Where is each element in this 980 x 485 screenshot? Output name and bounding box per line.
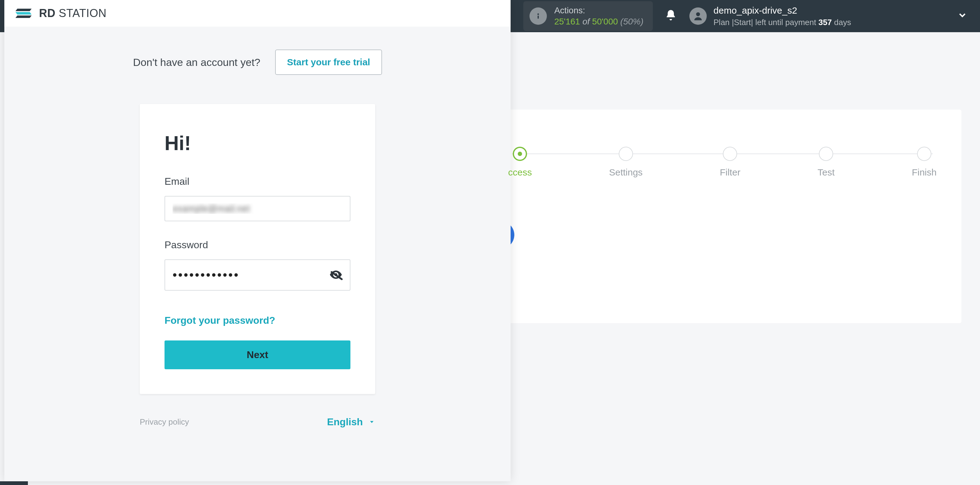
step-settings[interactable]: Settings [609,147,643,178]
password-label: Password [164,239,350,251]
svg-point-0 [537,13,539,15]
next-button[interactable]: Next [164,341,350,369]
forgot-password-link[interactable]: Forgot your password? [164,315,275,326]
email-input[interactable] [164,196,350,221]
avatar-icon [689,8,707,25]
no-account-text: Don't have an account yet? [133,56,260,68]
actions-total: 50'000 [592,17,618,26]
notifications-icon[interactable] [665,9,677,24]
step-test[interactable]: Test [818,147,835,178]
user-plan: Plan |Start| left until payment 357 days [714,17,851,28]
info-icon [530,8,547,25]
actions-percent: (50%) [618,17,643,26]
login-card: Hi! Email Password Forgot your password?… [140,104,375,394]
actions-quota-block: Actions: 25'161 of 50'000 (50%) [523,1,653,31]
password-input[interactable] [164,259,350,291]
email-label: Email [164,176,350,187]
step-finish[interactable]: Finish [912,147,937,178]
toggle-password-visibility-button[interactable] [329,268,343,282]
svg-marker-3 [16,9,32,11]
start-trial-button[interactable]: Start your free trial [275,49,382,75]
actions-used: 25'161 [554,17,580,26]
actions-label: Actions: [554,5,644,16]
workflow-steps: ccess Settings Filter Test Finish [508,147,937,178]
user-menu[interactable]: demo_apix-drive_s2 Plan |Start| left unt… [689,4,967,28]
chevron-down-icon [957,10,967,22]
svg-rect-1 [538,16,539,19]
step-access[interactable]: ccess [508,147,532,178]
login-greeting: Hi! [164,132,350,155]
rd-login-overlay: RD STATION Don't have an account yet? St… [4,0,511,481]
eye-off-icon [329,278,343,282]
svg-point-2 [696,13,700,16]
svg-marker-4 [16,12,32,14]
privacy-policy-link[interactable]: Privacy policy [140,417,189,427]
language-selector[interactable]: English [327,416,375,428]
step-filter[interactable]: Filter [720,147,740,178]
rd-logo-icon [16,7,33,20]
svg-marker-5 [16,16,32,18]
rd-logo: RD STATION [4,0,511,27]
user-name: demo_apix-drive_s2 [714,4,851,17]
caret-down-icon [368,416,375,428]
actions-of: of [580,17,592,26]
